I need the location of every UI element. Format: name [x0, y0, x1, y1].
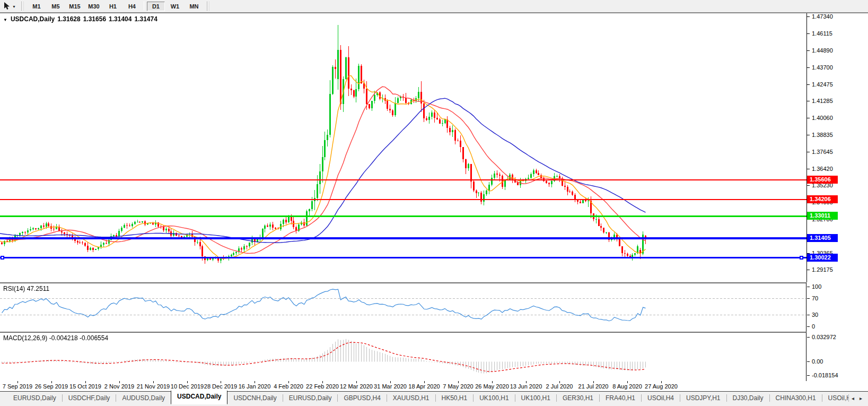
price-axis-tick — [807, 84, 810, 85]
timeframe-button-group: M1M5M15M30H1H4D1W1MN — [27, 1, 204, 11]
timeframe-button-w1[interactable]: W1 — [166, 2, 184, 11]
horizontal-line-1.31405[interactable] — [0, 237, 806, 239]
price-axis-tick — [807, 152, 810, 152]
line-handle[interactable] — [1, 256, 4, 260]
rsi-axis-tick-label: 0 — [812, 323, 815, 330]
date-axis-label: 13 Jun 2020 — [510, 383, 542, 390]
chart-tab-eurusd-daily[interactable]: EURUSD,Daily — [7, 392, 62, 404]
price-pane[interactable]: ▼USDCAD,Daily1.316281.316561.314041.3147… — [0, 13, 807, 282]
chart-title: ▼USDCAD,Daily1.316281.316561.314041.3147… — [3, 15, 160, 23]
price-axis-tick — [807, 118, 810, 118]
timeframe-button-h4[interactable]: H4 — [123, 2, 141, 11]
chart-tab-eurusd-daily[interactable]: EURUSD,Daily — [283, 392, 338, 404]
rsi-axis-tick-label: 70 — [812, 295, 818, 301]
price-axis-tick-label: 1.40060 — [812, 115, 833, 121]
price-axis-tick — [807, 16, 810, 17]
rsi-axis-tick-label: 100 — [812, 283, 821, 290]
cursor-arrow-glyph — [4, 2, 11, 10]
chart-tab-hk50-h1[interactable]: HK50,H1 — [436, 392, 474, 404]
price-axis-tick — [807, 33, 810, 34]
price-axis[interactable]: 1.473401.461151.448901.437001.424751.412… — [807, 13, 868, 381]
chart-tab-usdcnh-daily[interactable]: USDCNH,Daily — [227, 392, 282, 404]
date-axis-label: 16 Jan 2020 — [239, 383, 271, 390]
price-axis-tick-label: 1.38835 — [812, 132, 833, 138]
chart-tab-gbpusd-h4[interactable]: GBPUSD,H4 — [338, 392, 386, 404]
macd-axis-tick-label: -0.018154 — [812, 372, 838, 378]
timeframe-button-mn[interactable]: MN — [185, 2, 203, 11]
chart-tab-uk100-h1[interactable]: UK100,H1 — [515, 392, 556, 404]
timeframe-button-h1[interactable]: H1 — [104, 2, 122, 11]
chart-tab-usdchf-daily[interactable]: USDCHF,Daily — [63, 392, 116, 404]
date-axis-label: 26 Sep 2019 — [35, 383, 68, 390]
line-handle[interactable] — [800, 256, 803, 260]
price-flag-1.31405: 1.31405 — [807, 234, 838, 242]
chart-title-dropdown-icon[interactable]: ▼ — [3, 18, 7, 22]
horizontal-line-1.35606[interactable] — [0, 179, 806, 180]
price-axis-tick — [807, 270, 810, 270]
price-axis-tick-label: 1.47340 — [812, 13, 833, 20]
price-axis-tick-label: 1.46115 — [812, 30, 832, 37]
chart-tab-china300-h1[interactable]: CHINA300,H1 — [770, 392, 822, 404]
price-axis-tick — [807, 50, 810, 51]
date-axis-label: 28 Dec 2019 — [204, 383, 237, 390]
tab-scroll-left-icon[interactable]: ◂ — [849, 395, 857, 401]
horizontal-line-1.30022[interactable] — [0, 257, 806, 258]
chart-tab-usoil-h1[interactable]: USOil,H1 — [822, 392, 848, 404]
chart-tab-xauusd-h1[interactable]: XAUUSD,H1 — [387, 392, 435, 404]
rsi-pane[interactable]: RSI(14) 47.2511 — [0, 282, 806, 332]
macd-pane[interactable]: MACD(12,26,9) -0.004218 -0.006554 — [0, 332, 806, 381]
chart-tab-audusd-daily[interactable]: AUDUSD,Daily — [116, 392, 171, 404]
macd-indicator-label: MACD(12,26,9) -0.004218 -0.006554 — [3, 334, 108, 342]
toolbar-separator — [144, 1, 144, 10]
mt4-window: ▼ M1M5M15M30H1H4D1W1MN ▼USDCAD,Daily1.31… — [0, 0, 868, 406]
date-axis-label: 7 Sep 2019 — [3, 383, 32, 390]
price-flag-1.35606: 1.35606 — [807, 176, 838, 184]
quote-close: 1.31474 — [134, 15, 157, 23]
horizontal-line-1.33011[interactable] — [0, 215, 806, 217]
price-axis-tick-label: 1.42475 — [812, 81, 833, 88]
price-axis-tick — [807, 101, 810, 101]
date-axis-label: 12 Mar 2020 — [340, 383, 373, 390]
date-axis-label: 27 Aug 2020 — [645, 383, 678, 390]
tab-scrollers: ◂ ▸ — [848, 394, 868, 402]
date-axis-label: 21 Jul 2020 — [578, 383, 609, 390]
date-axis[interactable]: 7 Sep 201926 Sep 201915 Oct 20192 Nov 20… — [0, 381, 868, 391]
price-flag-1.34206: 1.34206 — [807, 195, 838, 203]
timeframe-button-m5[interactable]: M5 — [47, 2, 65, 11]
toolbar-grip[interactable] — [21, 2, 24, 11]
chart-symbol-period: USDCAD,Daily — [11, 15, 55, 23]
macd-axis-tick — [807, 375, 810, 376]
date-axis-label: 2 Jul 2020 — [546, 383, 573, 390]
chart-tab-dj30-daily[interactable]: DJ30,Daily — [727, 392, 769, 404]
cursor-tool-icon[interactable] — [2, 2, 12, 11]
price-axis-tick-label: 1.36420 — [812, 166, 833, 172]
timeframe-button-m30[interactable]: M30 — [85, 2, 103, 11]
date-axis-label: 21 Nov 2019 — [137, 383, 170, 390]
price-axis-tick-label: 1.29175 — [812, 266, 833, 273]
rsi-axis-tick — [807, 326, 810, 327]
price-axis-tick — [807, 67, 810, 68]
rsi-indicator-label: RSI(14) 47.2511 — [3, 285, 49, 292]
date-axis-label: 4 Feb 2020 — [274, 383, 303, 390]
price-axis-tick-label: 1.43700 — [812, 64, 833, 71]
tab-scroll-right-icon[interactable]: ▸ — [857, 395, 865, 401]
date-axis-label: 22 Feb 2020 — [306, 383, 339, 390]
timeframe-button-m1[interactable]: M1 — [28, 2, 46, 11]
chart-tab-usdcad-daily[interactable]: USDCAD,Daily — [171, 391, 227, 404]
macd-canvas[interactable] — [0, 333, 806, 381]
chart-tab-usoil-h4[interactable]: USOil,H4 — [642, 392, 680, 404]
rsi-axis-tick — [807, 298, 810, 299]
horizontal-line-1.34206[interactable] — [0, 199, 806, 200]
rsi-axis-tick — [807, 315, 810, 315]
cursor-tool-dropdown-icon[interactable]: ▼ — [12, 5, 16, 8]
rsi-canvas[interactable] — [0, 283, 806, 332]
timeframe-button-m15[interactable]: M15 — [66, 2, 84, 11]
chart-tab-usdjpy-h1[interactable]: USDJPY,H1 — [680, 392, 726, 404]
quote-low: 1.31404 — [109, 15, 131, 23]
timeframe-button-d1[interactable]: D1 — [147, 2, 165, 11]
chart-tab-uk100-h1[interactable]: UK100,H1 — [474, 392, 514, 404]
chart-tab-fra40-h1[interactable]: FRA40,H1 — [600, 392, 641, 404]
toolbar-grip[interactable] — [207, 2, 209, 11]
price-canvas[interactable] — [0, 13, 806, 282]
chart-tab-ger30-h1[interactable]: GER30,H1 — [557, 392, 599, 404]
